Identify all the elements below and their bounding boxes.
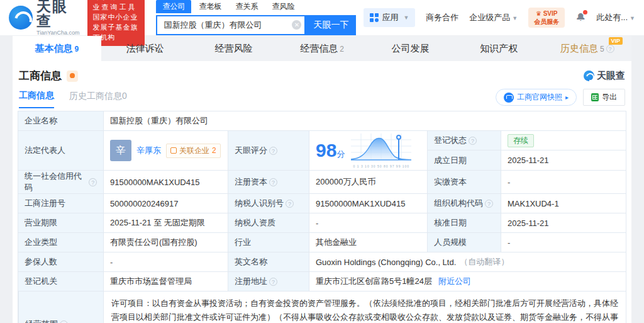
tab-label: 经营风险 [214, 43, 252, 54]
help-icon[interactable]: ? [89, 178, 97, 186]
header-nav: 应用 ▼ 商务合作 企业级产品▼ ♛ SVIP 会员服务 🔔︎ 此处有...▼ [364, 8, 635, 28]
label-text: 注册地址 [235, 276, 267, 287]
chevron-down-icon: ▼ [630, 15, 635, 21]
notification-bell-icon[interactable]: 🔔︎ [575, 12, 586, 23]
svip-membership-button[interactable]: ♛ SVIP 会员服务 [528, 8, 565, 28]
search-input[interactable] [156, 15, 306, 35]
subtab-history-business-info[interactable]: 历史工商信息0 [69, 91, 127, 108]
crown-icon: ♛ [536, 10, 541, 17]
apps-label: 应用 [382, 12, 398, 23]
label-text: 登记状态 [434, 135, 467, 146]
related-companies-badge[interactable]: 关联企业 2 [166, 144, 221, 158]
tab-count: 2 [340, 45, 344, 54]
label-text: 纳税人识别号 [235, 198, 284, 209]
label-text: 统一社会信用代码 [25, 171, 87, 193]
tab-operating-info[interactable]: 经营信息2 [278, 36, 367, 61]
field-label: 登记机关 [18, 272, 103, 291]
field-label: 组织机构代码? [427, 194, 501, 213]
search-tab-risk[interactable]: 查风险 [265, 0, 301, 13]
tab-count: 9 [74, 45, 79, 54]
help-icon[interactable]: ? [269, 278, 277, 286]
reg-capital-value: 200000万人民币 [309, 171, 427, 193]
company-name-value: 国新控股（重庆）有限公司 [103, 111, 626, 130]
staff-size-value: - [501, 233, 626, 252]
vip-badge: VIP [609, 37, 623, 45]
search-tab-company[interactable]: 查公司 [156, 0, 191, 13]
tab-label: 公司发展 [392, 43, 430, 54]
help-icon[interactable]: ? [269, 178, 277, 186]
main-tabbar: 基本信息9 法律诉讼 经营风险 经营信息2 公司发展 知识产权 VIP 历史信息… [13, 36, 631, 61]
label-text: 经营范围 [25, 319, 58, 323]
search-tab-boss[interactable]: 查老板 [192, 0, 228, 13]
field-label: 企业名称 [18, 111, 103, 130]
label-text: 组织机构代码 [434, 198, 483, 209]
help-icon[interactable]: ? [286, 200, 294, 208]
field-label: 纳税人资质 [228, 213, 309, 232]
tab-basic-info[interactable]: 基本信息9 [13, 36, 101, 61]
nav-enterprise-products[interactable]: 企业级产品▼ [469, 12, 518, 23]
related-icon [170, 147, 177, 154]
tab-history-info[interactable]: VIP 历史信息5? [543, 36, 631, 61]
logo-title: 天眼查 [36, 0, 80, 28]
help-icon[interactable]: ? [606, 45, 614, 53]
official-snapshot-button[interactable]: 工商官网快照 ▸ [496, 89, 577, 106]
monitor-bell-icon[interactable] [67, 71, 78, 82]
top-header: 天眼查 TianYanCha.com 都在用的商业查询工具 国家中小企业发展子基… [0, 0, 644, 35]
field-label: 登记状态? [427, 131, 501, 150]
table-row: 工商注册号 500000020246917 纳税人识别号? 91500000MA… [18, 194, 626, 213]
help-icon[interactable]: ? [485, 200, 493, 208]
establish-date-value: 2025-11-21 [501, 150, 626, 170]
field-label: 注册资本? [228, 171, 309, 193]
business-info-card: 工商信息 天眼查 工商信息 历史工商信息0 工商官网快照 ▸ 导出 企业名称 国… [13, 61, 631, 323]
help-icon[interactable]: ? [469, 137, 477, 145]
apps-menu[interactable]: 应用 ▼ [364, 8, 415, 27]
tab-operating-risk[interactable]: 经营风险 [189, 36, 278, 61]
field-label: 参保人数 [18, 252, 103, 271]
svip-sublabel: 会员服务 [534, 18, 559, 26]
user-menu[interactable]: 此处有...▼ [596, 12, 635, 23]
logo-subtitle: TianYanCha.com [36, 30, 80, 36]
nav-cooperation[interactable]: 商务合作 [426, 12, 458, 23]
english-name-text: Guoxin Holdings (Chongqing) Co., Ltd. [316, 258, 456, 267]
help-icon[interactable]: ? [269, 147, 277, 155]
tab-label: 知识产权 [480, 43, 518, 54]
field-label: 统一社会信用代码? [18, 171, 103, 193]
subtab-business-info[interactable]: 工商信息 [19, 90, 54, 108]
tianyancha-logo[interactable]: 天眼查 TianYanCha.com [9, 0, 80, 36]
tab-legal-litigation[interactable]: 法律诉讼 [101, 36, 190, 61]
field-label: 实缴资本 [427, 171, 501, 193]
label-text: 天眼评分 [235, 145, 267, 156]
watermark-text: 天眼查 [597, 70, 625, 82]
tab-label: 法律诉讼 [126, 43, 164, 54]
export-button[interactable]: 导出 [583, 89, 625, 106]
score-unit: 分 [336, 149, 345, 159]
notification-dot [583, 10, 587, 14]
table-row: 统一社会信用代码? 91500000MAK1XUD415 注册资本? 20000… [18, 171, 626, 194]
taxpayer-id-value: 91500000MAK1XUD415 [309, 194, 427, 213]
field-label: 英文名称 [228, 252, 309, 271]
business-info-table: 企业名称 国新控股（重庆）有限公司 法定代表人 辛 辛厚东 关联企业 2 登记状… [18, 111, 626, 323]
company-type-value: 有限责任公司(国有控股) [103, 233, 228, 252]
help-icon[interactable]: ? [60, 320, 68, 323]
score-cell[interactable]: 98分 [309, 131, 427, 170]
field-label: 纳税人识别号? [228, 194, 309, 213]
avatar[interactable]: 辛 [110, 140, 131, 161]
field-label: 天眼评分? [228, 131, 309, 170]
chevron-right-icon: ▸ [565, 94, 569, 101]
tab-company-development[interactable]: 公司发展 [366, 36, 455, 61]
table-row: 企业名称 国新控股（重庆）有限公司 [18, 111, 626, 131]
legal-rep-name-link[interactable]: 辛厚东 [136, 145, 161, 156]
nearby-companies-link[interactable]: 附近公司 [438, 276, 471, 287]
chevron-down-icon: ▼ [512, 15, 518, 21]
approval-date-value: 2025-11-21 [501, 213, 626, 232]
search-tab-relation[interactable]: 查关系 [229, 0, 264, 13]
field-label: 人员规模 [427, 233, 501, 252]
status-badge: 存续 [508, 134, 534, 147]
tab-intellectual-property[interactable]: 知识产权 [455, 36, 543, 61]
tab-label: 经营信息 [300, 43, 338, 54]
reg-address-value: 重庆市江北区创富路5号1幢24层 附近公司 [309, 272, 626, 291]
business-scope-value: 许可项目：以自有资金从事投资活动；自有资金投资的资产管理服务。（依法须经批准的项… [103, 292, 626, 323]
search-button[interactable]: 天眼一下 [306, 15, 356, 35]
field-label: 注册地址? [228, 272, 309, 291]
snapshot-label: 工商官网快照 [517, 92, 562, 103]
